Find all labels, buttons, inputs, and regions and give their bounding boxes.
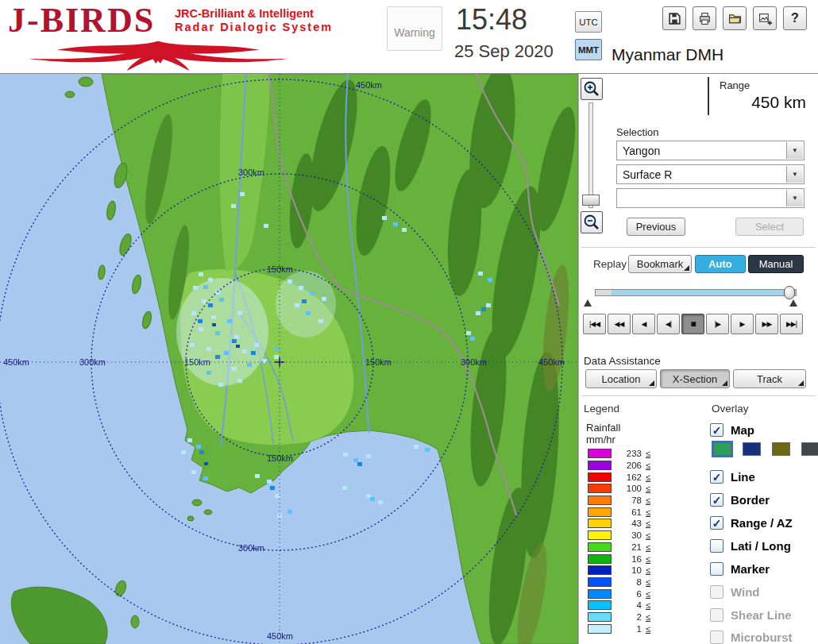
bookmark-button[interactable]: Bookmark bbox=[628, 255, 692, 273]
zoom-out-button[interactable] bbox=[581, 211, 603, 233]
track-button[interactable]: Track bbox=[733, 369, 806, 388]
chevron-down-icon[interactable]: ▼ bbox=[786, 142, 803, 159]
warning-button[interactable]: Warning bbox=[387, 6, 442, 51]
zoom-in-button[interactable] bbox=[581, 78, 603, 100]
timeline-start-marker-icon bbox=[584, 299, 592, 307]
legend-value: 21 bbox=[616, 542, 642, 552]
timeline-unloaded-segment bbox=[596, 290, 612, 295]
overlay-checkbox[interactable] bbox=[710, 562, 723, 576]
fast-rewind-button[interactable]: ◀◀ bbox=[608, 314, 631, 334]
map-scheme-swatch[interactable] bbox=[772, 442, 790, 456]
zoom-out-icon bbox=[583, 214, 600, 231]
help-button[interactable]: ? bbox=[783, 6, 807, 30]
chevron-down-icon[interactable]: ▼ bbox=[786, 190, 803, 206]
legend-value: 162 bbox=[616, 472, 642, 482]
legend-row: 16≤ bbox=[588, 553, 650, 565]
step-back-button[interactable]: ◀| bbox=[657, 314, 680, 334]
utc-button[interactable]: UTC bbox=[575, 11, 602, 33]
previous-button[interactable]: Previous bbox=[627, 218, 685, 236]
timeline-track[interactable] bbox=[595, 289, 797, 296]
corner-triangle-icon bbox=[798, 380, 804, 386]
timeline-end-marker-icon bbox=[789, 299, 797, 307]
timeline-thumb[interactable] bbox=[784, 286, 795, 299]
product-dropdown[interactable]: Surface R ▼ bbox=[616, 164, 804, 184]
location-button[interactable]: Location bbox=[585, 369, 657, 388]
extra-dropdown[interactable]: ▼ bbox=[616, 188, 804, 208]
legend-value: 1 bbox=[616, 624, 642, 634]
range-value: 450 km bbox=[708, 93, 806, 112]
map-scheme-swatch[interactable] bbox=[743, 442, 761, 456]
step-forward-button[interactable]: |▶ bbox=[706, 314, 729, 334]
legend-swatch bbox=[588, 624, 612, 634]
play-reverse-button[interactable]: ◀ bbox=[632, 314, 655, 334]
overlay-item-map: ✓Map bbox=[710, 422, 754, 438]
corner-triangle-icon bbox=[722, 380, 727, 386]
range-ring-label: 300km bbox=[238, 543, 264, 553]
overlay-checkbox[interactable]: ✓ bbox=[710, 493, 723, 507]
legend-swatch bbox=[588, 449, 612, 458]
radar-map[interactable]: 450km 300km 150km 450km 300km 150km 150k… bbox=[0, 74, 578, 644]
stop-button[interactable]: ■ bbox=[681, 314, 704, 334]
legend-row: 1≤ bbox=[588, 623, 650, 634]
map-scheme-row bbox=[713, 442, 818, 456]
legend-swatch bbox=[588, 554, 612, 564]
overlay-item-shear-line: Shear Line bbox=[710, 607, 792, 623]
overlay-checkbox[interactable]: ✓ bbox=[710, 516, 723, 530]
transport-controls: |◀◀ ◀◀ ◀ ◀| ■ |▶ ▶ ▶▶ ▶▶| bbox=[583, 314, 803, 334]
legend-row: 100≤ bbox=[588, 483, 650, 495]
overlay-checkbox bbox=[710, 631, 723, 644]
print-button[interactable] bbox=[693, 6, 716, 30]
replay-label: Replay bbox=[593, 258, 627, 270]
overlay-item-label: Border bbox=[731, 493, 770, 507]
legend-value: 4 bbox=[616, 600, 642, 610]
select-button[interactable]: Select bbox=[735, 218, 804, 236]
x-section-label: X-Section bbox=[673, 373, 717, 385]
legend-le-symbol: ≤ bbox=[646, 589, 650, 599]
legend-value: 206 bbox=[616, 461, 642, 470]
legend-swatch bbox=[588, 612, 612, 622]
location-label: Location bbox=[601, 373, 640, 385]
auto-button[interactable]: Auto bbox=[695, 255, 746, 273]
print-icon bbox=[698, 12, 712, 25]
corner-triangle-icon bbox=[649, 380, 654, 386]
header-bar: J-BIRDS JRC-Brilliant & Intelligent Rada… bbox=[0, 0, 818, 74]
legend-le-symbol: ≤ bbox=[646, 565, 650, 575]
site-dropdown[interactable]: Yangon ▼ bbox=[616, 141, 804, 160]
range-ring-label: 450km bbox=[356, 80, 382, 90]
map-scheme-swatch[interactable] bbox=[801, 442, 818, 456]
overlay-checkbox bbox=[710, 608, 723, 622]
legend-row: 6≤ bbox=[588, 588, 650, 600]
clock-time: 15:48 bbox=[456, 3, 527, 37]
x-section-button[interactable]: X-Section bbox=[660, 369, 730, 388]
app-tagline: JRC-Brilliant & Intelligent Radar Dialog… bbox=[175, 7, 333, 34]
tagline-line1: JRC-Brilliant & Intelligent bbox=[175, 7, 333, 21]
legend-value: 30 bbox=[616, 530, 642, 540]
overlay-checkbox[interactable]: ✓ bbox=[710, 470, 723, 484]
open-folder-button[interactable] bbox=[723, 6, 747, 30]
zoom-slider-track[interactable] bbox=[588, 102, 593, 208]
save-button[interactable] bbox=[662, 6, 686, 30]
range-ring-label: 150km bbox=[267, 264, 293, 274]
legend-le-symbol: ≤ bbox=[646, 624, 650, 634]
range-ring-label: 150km bbox=[184, 357, 210, 367]
map-scheme-swatch[interactable] bbox=[713, 442, 731, 456]
zoom-slider-thumb[interactable] bbox=[582, 195, 600, 206]
range-ring-label: 150km bbox=[267, 453, 293, 463]
legend-swatch bbox=[588, 507, 612, 517]
legend-le-symbol: ≤ bbox=[646, 484, 650, 493]
legend-swatch bbox=[588, 496, 612, 505]
separator bbox=[581, 395, 816, 396]
overlay-item-range-az: ✓Range / AZ bbox=[710, 515, 793, 530]
seek-start-button[interactable]: |◀◀ bbox=[583, 314, 606, 334]
mmt-button[interactable]: MMT bbox=[575, 39, 602, 60]
seek-end-button[interactable]: ▶▶| bbox=[780, 314, 803, 334]
overlay-checkbox[interactable]: ✓ bbox=[710, 423, 723, 437]
overlay-checkbox[interactable] bbox=[710, 539, 723, 553]
legend-swatch bbox=[588, 519, 612, 528]
chevron-down-icon[interactable]: ▼ bbox=[786, 166, 803, 183]
fast-forward-button[interactable]: ▶▶ bbox=[755, 314, 778, 334]
capture-image-button[interactable] bbox=[753, 6, 777, 30]
range-ring-label: 300km bbox=[79, 357, 106, 367]
manual-button[interactable]: Manual bbox=[748, 255, 804, 273]
play-button[interactable]: ▶ bbox=[731, 314, 754, 334]
